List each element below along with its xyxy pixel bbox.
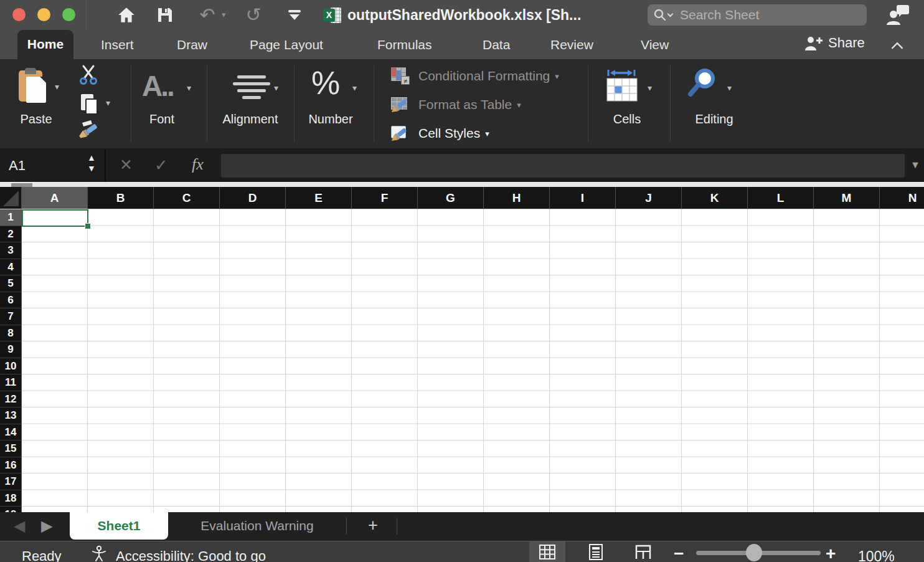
name-box-spinner[interactable]: ▲ ▼ bbox=[87, 153, 96, 174]
collapse-ribbon-icon[interactable] bbox=[891, 42, 903, 54]
tab-page-layout[interactable]: Page Layout bbox=[250, 36, 323, 54]
share-button[interactable]: Share bbox=[804, 35, 865, 51]
column-header-G[interactable]: G bbox=[418, 187, 484, 209]
row-header-6[interactable]: 6 bbox=[0, 292, 22, 309]
format-painter-button[interactable] bbox=[78, 119, 102, 143]
editing-caret-icon[interactable]: ▾ bbox=[727, 83, 732, 93]
column-header-M[interactable]: M bbox=[814, 187, 880, 209]
spinner-up-icon[interactable]: ▲ bbox=[87, 153, 96, 164]
search-box[interactable] bbox=[648, 4, 867, 26]
expand-formula-bar-icon[interactable]: ▼ bbox=[910, 160, 920, 171]
number-group-icon[interactable]: % bbox=[311, 64, 340, 102]
save-button[interactable] bbox=[154, 5, 176, 25]
undo-button[interactable]: ↶ bbox=[197, 5, 218, 25]
previous-sheet-icon[interactable]: ◀ bbox=[14, 517, 25, 535]
paste-button[interactable] bbox=[19, 68, 47, 104]
cells-group-button[interactable] bbox=[604, 68, 640, 105]
tab-review[interactable]: Review bbox=[550, 36, 593, 54]
zoom-slider-thumb[interactable] bbox=[746, 544, 762, 561]
tab-insert[interactable]: Insert bbox=[101, 36, 134, 54]
confirm-entry-icon[interactable]: ✓ bbox=[154, 156, 168, 175]
number-caret-icon[interactable]: ▾ bbox=[352, 83, 357, 93]
zoom-out-button[interactable]: − bbox=[674, 544, 684, 562]
name-box[interactable]: A1 ▲ ▼ bbox=[0, 150, 106, 182]
column-header-L[interactable]: L bbox=[748, 187, 814, 209]
column-header-E[interactable]: E bbox=[286, 187, 352, 209]
row-header-3[interactable]: 3 bbox=[0, 242, 22, 259]
touchbar-toggle-button[interactable] bbox=[284, 5, 305, 25]
row-header-1[interactable]: 1 bbox=[0, 209, 22, 226]
tab-data[interactable]: Data bbox=[483, 36, 510, 54]
cells-caret-icon[interactable]: ▾ bbox=[648, 83, 652, 93]
copy-button[interactable] bbox=[81, 94, 100, 115]
redo-button[interactable]: ↺ bbox=[243, 5, 264, 25]
row-header-15[interactable]: 15 bbox=[0, 441, 22, 457]
row-header-8[interactable]: 8 bbox=[0, 325, 22, 342]
formula-input[interactable] bbox=[221, 154, 905, 178]
undo-dropdown-caret-icon[interactable]: ▾ bbox=[222, 10, 226, 19]
cell-styles-button[interactable]: Cell Styles ▾ bbox=[391, 123, 489, 144]
column-header-B[interactable]: B bbox=[88, 187, 154, 209]
conditional-formatting-button[interactable]: ≠ Conditional Formatting ▾ bbox=[391, 65, 559, 87]
tab-home[interactable]: Home bbox=[17, 30, 73, 59]
row-header-11[interactable]: 11 bbox=[0, 374, 22, 391]
tab-view[interactable]: View bbox=[641, 36, 669, 54]
column-header-F[interactable]: F bbox=[352, 187, 418, 209]
column-header-N[interactable]: N bbox=[880, 187, 924, 209]
normal-view-button[interactable] bbox=[529, 541, 565, 562]
sheet-tab-sheet1[interactable]: Sheet1 bbox=[70, 512, 168, 540]
row-header-16[interactable]: 16 bbox=[0, 457, 22, 474]
insert-function-icon[interactable]: fx bbox=[192, 155, 204, 174]
tab-draw[interactable]: Draw bbox=[177, 36, 207, 54]
ribbon: ▾ Paste ▾ A.. bbox=[0, 59, 924, 150]
font-group-icon[interactable]: A.. bbox=[142, 69, 173, 103]
add-sheet-button[interactable]: + bbox=[362, 512, 384, 540]
spreadsheet-grid[interactable]: ABCDEFGHIJKLMN 1234567891011121314151617… bbox=[0, 187, 924, 512]
close-window-button[interactable] bbox=[12, 8, 26, 21]
fill-handle[interactable] bbox=[85, 223, 91, 229]
row-header-19[interactable]: 19 bbox=[0, 507, 22, 512]
grid-cells[interactable] bbox=[22, 209, 924, 512]
row-header-7[interactable]: 7 bbox=[0, 308, 22, 325]
search-input[interactable] bbox=[680, 7, 836, 22]
column-header-D[interactable]: D bbox=[220, 187, 286, 209]
column-header-C[interactable]: C bbox=[154, 187, 220, 209]
row-header-2[interactable]: 2 bbox=[0, 226, 22, 243]
row-header-10[interactable]: 10 bbox=[0, 358, 22, 375]
cut-button[interactable] bbox=[78, 64, 98, 88]
column-header-K[interactable]: K bbox=[682, 187, 748, 209]
row-header-14[interactable]: 14 bbox=[0, 424, 22, 441]
font-caret-icon[interactable]: ▾ bbox=[187, 83, 191, 93]
column-header-I[interactable]: I bbox=[550, 187, 616, 209]
page-layout-view-button[interactable] bbox=[578, 541, 614, 562]
next-sheet-icon[interactable]: ▶ bbox=[41, 517, 52, 535]
row-header-9[interactable]: 9 bbox=[0, 341, 22, 358]
row-header-18[interactable]: 18 bbox=[0, 490, 22, 507]
paste-caret-icon[interactable]: ▾ bbox=[55, 82, 59, 92]
row-header-5[interactable]: 5 bbox=[0, 275, 22, 292]
copy-caret-icon[interactable]: ▾ bbox=[106, 98, 110, 108]
column-header-A[interactable]: A bbox=[22, 187, 88, 209]
row-header-17[interactable]: 17 bbox=[0, 474, 22, 490]
page-break-view-button[interactable] bbox=[625, 541, 661, 562]
cancel-entry-icon[interactable]: ✕ bbox=[120, 156, 133, 174]
tab-formulas[interactable]: Formulas bbox=[377, 36, 432, 54]
zoom-window-button[interactable] bbox=[62, 8, 75, 21]
row-header-13[interactable]: 13 bbox=[0, 407, 22, 424]
alignment-group-button[interactable] bbox=[233, 75, 270, 103]
search-scope-caret-icon[interactable] bbox=[667, 11, 674, 17]
minimize-window-button[interactable] bbox=[37, 8, 50, 21]
spinner-down-icon[interactable]: ▼ bbox=[87, 164, 96, 174]
format-as-table-button[interactable]: Format as Table ▾ bbox=[391, 94, 521, 115]
zoom-in-button[interactable]: + bbox=[826, 544, 836, 562]
editing-group-button[interactable] bbox=[686, 67, 719, 102]
row-header-4[interactable]: 4 bbox=[0, 259, 22, 276]
column-header-H[interactable]: H bbox=[484, 187, 550, 209]
contact-me-button[interactable] bbox=[885, 4, 910, 26]
column-header-J[interactable]: J bbox=[616, 187, 682, 209]
select-all-corner[interactable] bbox=[0, 187, 22, 209]
row-header-12[interactable]: 12 bbox=[0, 391, 22, 408]
alignment-caret-icon[interactable]: ▾ bbox=[274, 83, 278, 93]
home-toolbar-button[interactable] bbox=[116, 5, 137, 25]
sheet-tab-evaluation-warning[interactable]: Evaluation Warning bbox=[168, 512, 346, 540]
